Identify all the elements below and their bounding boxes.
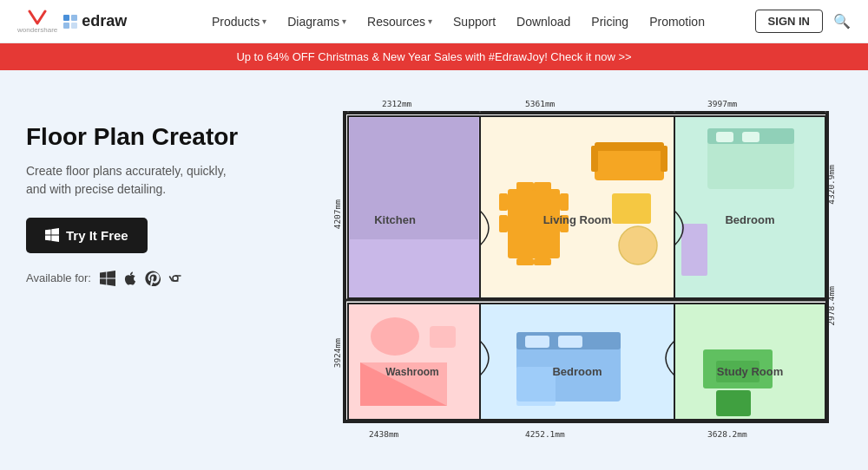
svg-rect-24 — [595, 142, 664, 151]
nav-resources[interactable]: Resources ▾ — [358, 10, 441, 34]
svg-rect-25 — [591, 146, 598, 172]
svg-rect-42 — [516, 367, 556, 406]
svg-rect-41 — [558, 336, 582, 348]
chevron-down-icon: ▾ — [428, 16, 432, 26]
svg-rect-1 — [71, 15, 77, 21]
dim-top-1: 2312mm — [382, 99, 411, 108]
nav-download[interactable]: Download — [508, 10, 579, 34]
svg-rect-2 — [63, 23, 69, 29]
svg-text:Study Room: Study Room — [717, 365, 784, 378]
svg-point-34 — [371, 317, 419, 356]
svg-text:Washroom: Washroom — [385, 366, 439, 378]
dim-bot-3: 3628.2mm — [707, 429, 747, 439]
svg-rect-15 — [499, 193, 508, 211]
hero-description: Create floor plans accurately, quickly, … — [26, 162, 243, 199]
nav-menu: Products ▾ Diagrams ▾ Resources ▾ Suppor… — [161, 10, 754, 34]
windows-icon — [45, 228, 59, 242]
svg-rect-17 — [560, 193, 569, 211]
dim-bot-1: 2438mm — [369, 429, 398, 439]
svg-rect-3 — [71, 23, 77, 29]
wondershare-logo-icon — [28, 10, 47, 25]
linux-os-icon — [145, 271, 161, 286]
svg-point-28 — [619, 226, 657, 264]
svg-rect-19 — [516, 182, 534, 191]
svg-text:Living Room: Living Room — [543, 213, 612, 226]
edraw-logo: edraw — [62, 12, 127, 30]
svg-point-4 — [173, 276, 178, 281]
wondershare-text: wondershare — [17, 26, 57, 34]
hero-section: Floor Plan Creator Create floor plans ac… — [0, 70, 868, 467]
hero-left-panel: Floor Plan Creator Create floor plans ac… — [0, 70, 269, 312]
svg-rect-40 — [525, 336, 549, 348]
dim-top-2: 5361mm — [525, 99, 555, 108]
promo-banner[interactable]: Up to 64% OFF Christmas & New Year Sales… — [0, 43, 868, 70]
svg-text:Bedroom: Bedroom — [552, 365, 602, 378]
available-for-section: Available for: — [26, 271, 243, 286]
svg-rect-31 — [716, 132, 733, 142]
svg-rect-20 — [534, 182, 551, 191]
available-for-label: Available for: — [26, 271, 91, 284]
floorplan-diagram: 2312mm 5361mm 3997mm 2438mm 4252.1mm 362… — [291, 95, 838, 442]
logo[interactable]: wondershare edraw — [17, 10, 127, 34]
dim-left-1: 4207mm — [332, 199, 342, 229]
chrome-os-icon — [168, 271, 183, 286]
edraw-text: edraw — [82, 12, 127, 30]
windows-os-icon — [100, 271, 115, 286]
svg-text:Bedroom: Bedroom — [725, 213, 774, 226]
svg-rect-22 — [534, 258, 551, 265]
dim-left-2: 3924mm — [332, 338, 342, 368]
dim-top-3: 3997mm — [707, 99, 737, 108]
search-icon[interactable]: 🔍 — [833, 13, 851, 29]
svg-rect-21 — [516, 258, 534, 265]
edraw-icon — [62, 14, 78, 29]
page-title: Floor Plan Creator — [26, 122, 243, 152]
chevron-down-icon: ▾ — [262, 16, 266, 26]
svg-rect-26 — [661, 146, 667, 172]
promo-text: Up to 64% OFF Christmas & New Year Sales… — [236, 50, 631, 63]
nav-promotion[interactable]: Promotion — [641, 10, 713, 34]
svg-rect-27 — [612, 193, 651, 224]
nav-products[interactable]: Products ▾ — [203, 10, 275, 34]
navbar: wondershare edraw Products ▾ Diagrams ▾ … — [0, 0, 868, 43]
svg-text:Kitchen: Kitchen — [374, 213, 416, 226]
try-it-free-button[interactable]: Try It Free — [26, 218, 148, 253]
nav-diagrams[interactable]: Diagrams ▾ — [279, 10, 355, 34]
os-icons — [100, 271, 183, 286]
floorplan-svg: Kitchen Living Room Bedroom Washroom Bed… — [343, 111, 829, 423]
nav-support[interactable]: Support — [444, 10, 504, 34]
mac-os-icon — [122, 271, 138, 286]
svg-rect-33 — [681, 224, 707, 276]
dim-bot-2: 4252.1mm — [525, 429, 565, 439]
signin-button[interactable]: SIGN IN — [755, 10, 823, 33]
nav-pricing[interactable]: Pricing — [582, 10, 637, 34]
hero-floorplan: 2312mm 5361mm 3997mm 2438mm 4252.1mm 362… — [269, 70, 868, 467]
chevron-down-icon: ▾ — [342, 16, 346, 26]
svg-rect-0 — [63, 15, 69, 21]
navbar-right: SIGN IN 🔍 — [755, 10, 851, 33]
svg-rect-16 — [499, 215, 508, 232]
svg-rect-35 — [430, 326, 456, 348]
svg-rect-32 — [742, 132, 760, 142]
svg-rect-45 — [716, 390, 751, 416]
